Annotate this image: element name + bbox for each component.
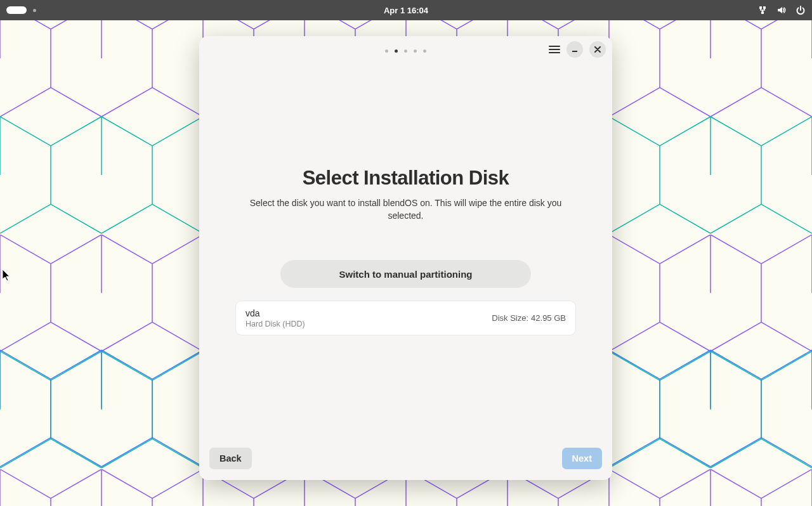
svg-rect-3	[763, 6, 766, 9]
workspace-dot-icon	[33, 9, 36, 12]
close-icon	[594, 46, 601, 53]
activities-area[interactable]	[6, 6, 36, 14]
installer-window: Select Installation Disk Select the disk…	[199, 36, 612, 480]
next-button[interactable]: Next	[562, 448, 602, 469]
page-title: Select Installation Disk	[303, 167, 509, 190]
hamburger-menu-icon[interactable]	[549, 44, 560, 55]
network-icon	[757, 5, 768, 15]
disk-type: Hard Disk (HDD)	[246, 320, 305, 328]
progress-dot	[423, 49, 426, 53]
progress-dot	[385, 49, 388, 53]
activities-pill-icon	[6, 6, 27, 14]
svg-rect-5	[572, 51, 577, 52]
disk-size: Disk Size: 42.95 GB	[492, 313, 566, 323]
page-subtitle: Select the disk you want to install blen…	[241, 197, 571, 222]
system-tray[interactable]	[757, 5, 806, 15]
minimize-button[interactable]	[566, 41, 583, 58]
progress-dots	[385, 49, 426, 53]
close-button[interactable]	[589, 41, 606, 58]
power-icon	[796, 5, 806, 15]
svg-rect-2	[759, 6, 762, 9]
clock[interactable]: Apr 1 16:04	[384, 6, 428, 15]
minimize-icon	[572, 46, 578, 53]
progress-dot-active	[395, 49, 398, 53]
disk-name: vda	[246, 308, 305, 318]
svg-rect-4	[761, 11, 764, 14]
manual-partition-button[interactable]: Switch to manual partitioning	[280, 260, 531, 288]
disk-row-vda[interactable]: vda Hard Disk (HDD) Disk Size: 42.95 GB	[235, 301, 576, 335]
gnome-topbar: Apr 1 16:04	[0, 0, 812, 20]
progress-dot	[404, 49, 407, 53]
volume-icon	[776, 5, 787, 15]
back-button[interactable]: Back	[209, 448, 252, 469]
progress-dot	[414, 49, 417, 53]
window-header	[199, 36, 612, 65]
